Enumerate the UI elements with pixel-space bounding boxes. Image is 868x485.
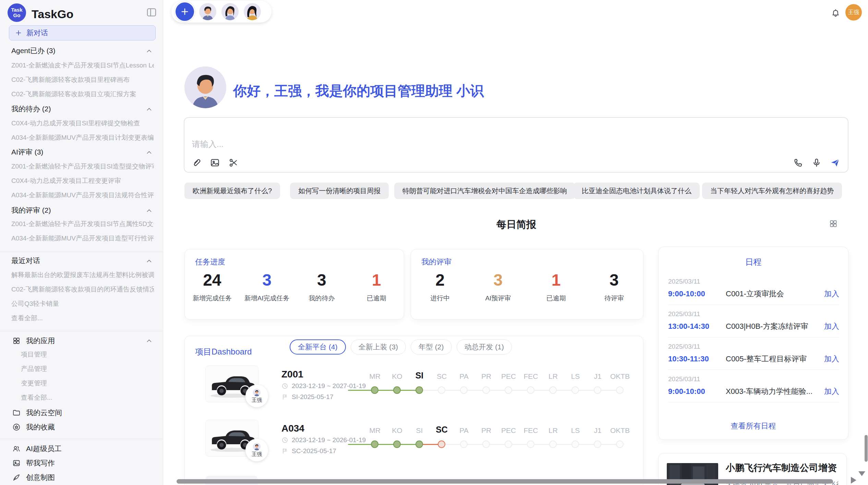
microphone-icon[interactable] <box>811 158 822 168</box>
horizontal-scrollbar[interactable] <box>177 479 833 484</box>
view-all-chats[interactable]: 查看全部... <box>11 313 154 323</box>
layout-grid-icon[interactable] <box>829 219 838 228</box>
tab-model-year[interactable]: 年型 (2) <box>411 339 452 355</box>
task-progress-card: 任务进度 24 新增完成任务 3 新增AI完成任务 3 我的待办 1 已逾期 <box>184 249 404 320</box>
sidebar-item-project-mgmt[interactable]: 项目管理 <box>21 349 151 360</box>
project-name[interactable]: A034 <box>281 423 304 434</box>
project-dates-text: 2023-12-19 ~ 2027-01-19 <box>292 382 366 390</box>
join-link[interactable]: 加入 <box>824 386 839 397</box>
list-item[interactable]: Z001-全新燃油皮卡产品开发项目SI节点Lesson Learn报告 <box>11 60 154 71</box>
view-all-schedule-link[interactable]: 查看所有日程 <box>659 421 848 431</box>
suggestion-chip[interactable]: 欧洲新规最近颁布了什么? <box>184 183 280 199</box>
project-name[interactable]: Z001 <box>281 369 303 380</box>
scissors-icon[interactable] <box>228 158 239 168</box>
sidebar-item-change-mgmt[interactable]: 变更管理 <box>21 378 151 388</box>
milestone-dot <box>482 440 490 448</box>
project-flag-text: SC-2025-05-17 <box>292 447 336 455</box>
my-review-card: 我的评审 2 进行中 3 AI预评审 1 已逾期 3 待评审 <box>411 249 643 320</box>
vertical-scrollbar[interactable] <box>865 435 868 462</box>
milestone-label: MR <box>364 426 386 435</box>
milestone-label: LS <box>564 426 587 435</box>
agent-avatar-1[interactable] <box>199 3 216 20</box>
schedule-date: 2025/03/11 <box>668 310 700 318</box>
suggestion-chip[interactable]: 当下年轻人对汽车外观有怎样的喜好趋势 <box>702 183 842 199</box>
quill-icon <box>12 473 21 482</box>
list-item[interactable]: Z001-全新燃油轻卡产品开发项目SI造型提交物评审 <box>11 161 154 172</box>
project-flag-text: SI-2025-05-17 <box>292 393 333 401</box>
suggestion-chip[interactable]: 比亚迪全固态电池计划具体说了什么 <box>574 183 700 199</box>
milestone-dot <box>594 386 601 394</box>
sidebar-item-my-apps[interactable]: 我的应用 <box>12 335 55 346</box>
list-item[interactable]: 公司Q3轻卡销量 <box>11 299 154 309</box>
list-item[interactable]: 解释最新出台的欧盟报废车法规再生塑料比例被调至15%... <box>11 270 154 280</box>
milestone-dot <box>460 386 468 394</box>
chevron-up-icon[interactable] <box>145 337 153 345</box>
stat-label: 进行中 <box>430 294 450 303</box>
agent-avatar-3[interactable] <box>244 3 261 20</box>
new-chat-button[interactable]: 新对话 <box>9 25 156 40</box>
tab-new-body[interactable]: 全新上装 (3) <box>351 339 406 355</box>
sidebar-item-writing-helper[interactable]: 帮我写作 <box>12 458 55 469</box>
schedule-event: C001-立项审批会 <box>726 289 824 299</box>
chevron-up-icon[interactable] <box>145 149 153 156</box>
list-item[interactable]: A034-全新新能源MUV产品开发项目造型可行性评审 <box>11 233 154 244</box>
join-link[interactable]: 加入 <box>824 289 839 299</box>
logo-text-2: Go <box>13 13 21 18</box>
list-item[interactable]: C02-飞腾新能源轻客改款项目的闭环通告反馈情况 <box>11 284 154 295</box>
list-item[interactable]: C0X4-动力总成开发项目工程变更评审 <box>11 176 154 186</box>
sidebar-item-creative-drawing[interactable]: 创意制图 <box>12 472 55 483</box>
ai-employee-label: AI超级员工 <box>26 444 62 453</box>
section-ai-review: AI评审 (3) <box>11 147 142 157</box>
suggestion-chip[interactable]: 如何写一份清晰的项目周报 <box>290 183 389 199</box>
list-item[interactable]: Z001-全新燃油轻卡产品开发项目SI节点属性5D文件评审 <box>11 219 154 229</box>
collapse-sidebar-icon[interactable] <box>146 7 157 18</box>
send-icon[interactable] <box>830 158 840 168</box>
sidebar-item-cloud-space[interactable]: 我的云空间 <box>12 407 62 418</box>
list-item[interactable]: A034-全新新能源MUV产品开发项目法规符合性评审 <box>11 190 154 200</box>
section-agent-done: Agent已办 (3) <box>11 46 142 56</box>
milestone-dot <box>549 440 557 448</box>
milestone-label: MR <box>364 372 386 381</box>
sidebar-item-favorites[interactable]: 我的收藏 <box>12 422 55 433</box>
join-link[interactable]: 加入 <box>824 321 839 332</box>
paperclip-icon[interactable] <box>191 158 202 168</box>
list-item[interactable]: C02-飞腾新能源轻客改款项目立项汇报方案 <box>11 89 154 99</box>
new-session-button[interactable] <box>176 2 194 21</box>
image-icon[interactable] <box>210 158 220 168</box>
chevron-up-icon[interactable] <box>145 257 153 265</box>
app-title: TaskGo <box>32 8 73 21</box>
my-review-stats: 2 进行中 3 AI预评审 1 已逾期 3 待评审 <box>411 272 643 303</box>
list-item[interactable]: C02-飞腾新能源轻客改款项目里程碑画布 <box>11 75 154 85</box>
schedule-time: 9:00-10:00 <box>668 289 726 298</box>
milestone-dot <box>505 386 512 394</box>
chat-input[interactable] <box>191 139 673 149</box>
composer-right-icons <box>793 158 840 168</box>
project-dates: 2023-12-19 ~ 2026-01-19 <box>281 436 366 444</box>
scroll-down-arrow[interactable] <box>858 471 865 476</box>
agent-avatar-2[interactable] <box>221 3 239 20</box>
schedule-event: C005-整车工程目标评审 <box>726 354 824 364</box>
stat-label: 待评审 <box>604 294 624 303</box>
list-item[interactable]: A034-全新新能源MUV产品开发项目计划变更表编写 <box>11 133 154 143</box>
tab-powertrain[interactable]: 动总开发 (1) <box>457 339 512 355</box>
view-all-apps[interactable]: 查看全部... <box>21 393 151 403</box>
list-item[interactable]: C0X4-动力总成开发项目SI里程碑提交物检查 <box>11 118 154 128</box>
stat-label: 我的待办 <box>309 294 335 303</box>
stat-new-done: 24 新增完成任务 <box>185 272 240 303</box>
stat-value: 3 <box>494 272 503 288</box>
scroll-right-arrow[interactable] <box>851 477 856 484</box>
join-link[interactable]: 加入 <box>824 354 839 364</box>
suggestion-chip[interactable]: 特朗普可能对进口汽车增税会对中国车企造成哪些影响 <box>394 183 575 199</box>
phone-icon[interactable] <box>793 158 803 168</box>
chevron-up-icon[interactable] <box>145 207 153 214</box>
sidebar-item-product-mgmt[interactable]: 产品管理 <box>21 364 151 374</box>
owner-badge: 王强 <box>245 385 268 407</box>
chevron-up-icon[interactable] <box>145 105 153 113</box>
divider <box>0 439 163 439</box>
notification-bell-icon[interactable] <box>831 8 840 17</box>
tab-new-platform[interactable]: 全新平台 (4) <box>290 339 346 355</box>
milestone-dot-done <box>393 440 401 448</box>
chevron-up-icon[interactable] <box>145 47 153 55</box>
sidebar-item-ai-employee[interactable]: AI超级员工 <box>12 443 62 454</box>
user-avatar[interactable]: 王强 <box>845 4 862 21</box>
